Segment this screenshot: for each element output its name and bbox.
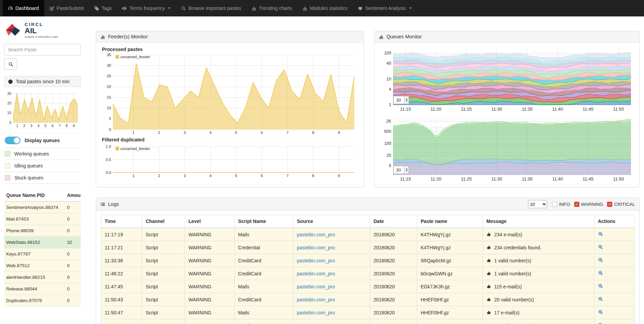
log-message-text: 115 e-mail(s) (494, 284, 522, 289)
queue-amount: 0 (65, 213, 81, 225)
svg-text:1: 1 (16, 124, 18, 128)
search-button[interactable] (4, 58, 17, 70)
log-view-button[interactable] (598, 283, 603, 289)
content: CIRCL AIL Analysis of Information Leaks … (0, 16, 644, 324)
log-source-link[interactable]: pastebin.com_pro (297, 271, 335, 276)
nav-item-tags[interactable]: Tags (89, 0, 117, 16)
thumbs-up-icon (486, 297, 491, 302)
threshold-spinner[interactable] (404, 166, 409, 174)
legend-item-idling-queues: Idling queues (4, 160, 81, 172)
svg-text:1: 1 (132, 174, 134, 178)
nav-item-terms-frequency[interactable]: Terms frequency (117, 0, 175, 16)
log-script-name: Mails (235, 280, 293, 293)
queues-panel-body: 11:1511:2011:2511:3011:3511:4011:4511:50… (374, 42, 639, 187)
monitors-row: Feeder(s) Monitor: Processed pastes 0510… (96, 31, 640, 187)
queue-amount: 0 (65, 272, 81, 283)
search-paste-input[interactable] (4, 44, 81, 55)
queue-name: Release.88044 (4, 283, 65, 295)
log-message-text: 17 e-mail(s) (494, 310, 520, 315)
display-queues-toggle[interactable] (5, 137, 21, 144)
svg-text:4: 4 (389, 87, 391, 92)
filtered-duplicated-chart: 0.00.51.0123456789unnamed_feeder (101, 144, 358, 179)
queues-monitor-panel: Queues Monitor 11:1511:2011:2511:3011:35… (374, 31, 640, 187)
log-level: WARNING (185, 319, 235, 324)
log-source-link[interactable]: pastebin.com_pro (297, 310, 335, 315)
svg-text:11:35: 11:35 (522, 176, 533, 182)
globe-icon (8, 79, 13, 84)
svg-text:5: 5 (44, 124, 47, 128)
queues-threshold-input[interactable]: 30 (393, 96, 409, 104)
logs-col-script-name: Script Name (235, 215, 293, 228)
svg-text:4: 4 (209, 130, 212, 135)
log-message: 234 credentials found. (483, 241, 594, 254)
queues-threshold-input[interactable]: 30 (393, 166, 409, 174)
log-view-button[interactable] (598, 322, 603, 324)
log-source-link[interactable]: pastebin.com_pro (297, 323, 335, 324)
filter-warning[interactable]: ✓WARNING (574, 202, 603, 207)
nav-item-sentiment-analysis[interactable]: Sentiment Analysis (353, 0, 417, 16)
nav-item-pastesubmit[interactable]: PasteSubmit (44, 0, 89, 16)
log-time: 11:17:19 (101, 228, 142, 241)
nav-item-browse-important-pastes[interactable]: Browse important pastes (176, 0, 246, 16)
svg-text:10: 10 (107, 106, 111, 110)
log-view-button[interactable] (598, 257, 603, 263)
log-source-link[interactable]: pastebin.com_pro (297, 297, 335, 302)
queue-row-web-87512: Web.875120 (4, 260, 81, 272)
nav-item-dashboard[interactable]: Dashboard (3, 0, 44, 16)
svg-text:30: 30 (107, 63, 111, 67)
nav-item-modules-statistics[interactable]: Modules statistics (297, 0, 353, 16)
filter-critical[interactable]: ✓CRITICAL (607, 202, 635, 207)
total-pastes-title: Total pastes since 10 min (16, 79, 69, 84)
log-view-button[interactable] (598, 231, 603, 237)
log-view-button[interactable] (598, 270, 603, 276)
svg-text:11:15: 11:15 (400, 107, 411, 112)
checkbox-info[interactable] (552, 202, 557, 207)
svg-text:11:40: 11:40 (552, 176, 563, 182)
checkbox-warning[interactable]: ✓ (574, 202, 579, 207)
svg-text:9: 9 (338, 174, 340, 178)
queue-row-release-88044: Release.880440 (4, 283, 81, 295)
log-script-name: CreditCard (235, 319, 293, 324)
log-source-link[interactable]: pastebin.com_pro (297, 258, 335, 263)
navbar: DashboardPasteSubmitTagsTerms frequencyB… (0, 0, 644, 16)
log-channel: Script (142, 280, 185, 293)
logs-page-size-select[interactable]: 10 (528, 200, 547, 208)
legend-label: Idling queues (14, 163, 43, 169)
log-view-button[interactable] (598, 309, 603, 315)
log-paste-name: HHEF0tHf.gz (417, 293, 483, 306)
queue-table-header-name: Queue Name.PID (4, 189, 65, 201)
list-icon (100, 202, 105, 207)
svg-text:5: 5 (235, 174, 237, 178)
queue-name: Keys.87787 (4, 248, 65, 260)
svg-text:11:30: 11:30 (491, 107, 502, 112)
log-source-link[interactable]: pastebin.com_pro (297, 245, 335, 250)
svg-text:11:30: 11:30 (491, 176, 502, 182)
log-row: 11:50:47ScriptWARNINGMailspastebin.com_p… (101, 306, 634, 319)
logs-col-level: Level (185, 215, 235, 228)
logo-tagline: Analysis of Information Leaks (25, 35, 58, 38)
log-message-text: 13 valid number(s) (494, 323, 534, 324)
queue-amount: 32 (65, 237, 81, 248)
log-message: 17 e-mail(s) (483, 306, 594, 319)
svg-text:30: 30 (7, 91, 11, 96)
tag-icon (94, 6, 99, 11)
filter-info[interactable]: INFO (552, 202, 570, 207)
filtered-duplicated-title: Filtered duplicated (102, 137, 358, 142)
log-source-link[interactable]: pastebin.com_pro (297, 284, 335, 289)
log-source-link[interactable]: pastebin.com_pro (297, 232, 335, 237)
queues-monitor-chart-top: 11:1511:2011:2511:3011:3511:4011:4511:50… (380, 46, 634, 113)
threshold-spinner[interactable] (404, 96, 409, 104)
log-level-filters: INFO✓WARNING✓CRITICAL (552, 202, 635, 207)
log-view-button[interactable] (598, 296, 603, 302)
log-level: WARNING (185, 241, 235, 254)
svg-text:35: 35 (107, 53, 111, 57)
nav-item-trending-charts[interactable]: Trending charts (246, 0, 297, 16)
log-script-name: Mails (235, 228, 293, 241)
eye-icon (122, 6, 127, 11)
log-time: 11:51:34 (101, 319, 142, 324)
log-view-button[interactable] (598, 244, 603, 250)
log-level: WARNING (185, 293, 235, 306)
checkbox-critical[interactable]: ✓ (607, 202, 612, 207)
svg-text:9: 9 (338, 130, 340, 135)
log-message: 115 e-mail(s) (483, 280, 594, 293)
